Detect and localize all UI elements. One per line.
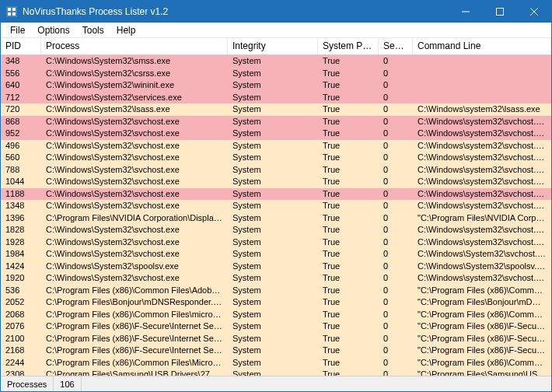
- cell-process: C:\Windows\System32\svchost.exe: [41, 224, 228, 236]
- cell-command-line: C:\Windows\System32\spoolsv.exe: [413, 261, 551, 273]
- table-row[interactable]: 1920C:\Windows\System32\svchost.exeSyste…: [1, 272, 551, 285]
- cell-command-line: "C:\Program Files (x86)\F-Secure\Interne: [413, 320, 551, 333]
- table-row[interactable]: 1348C:\Windows\System32\svchost.exeSyste…: [1, 200, 551, 212]
- cell-system-process: True: [318, 224, 379, 236]
- table-row[interactable]: 348C:\Windows\System32\smss.exeSystemTru…: [1, 55, 551, 68]
- status-label: Processes: [1, 376, 54, 391]
- cell-integrity: System: [228, 79, 318, 92]
- cell-session: 0: [379, 55, 413, 68]
- table-row[interactable]: 1188C:\Windows\System32\svchost.exeSyste…: [1, 188, 551, 201]
- table-row[interactable]: 868C:\Windows\System32\svchost.exeSystem…: [1, 116, 551, 128]
- table-row[interactable]: 2308C:\Program Files\Samsung\USB Drivers…: [1, 369, 551, 376]
- cell-pid: 1396: [1, 212, 41, 225]
- cell-session: 0: [379, 212, 413, 225]
- cell-integrity: System: [228, 140, 318, 152]
- menu-options[interactable]: Options: [31, 23, 75, 37]
- table-row[interactable]: 1984C:\Windows\System32\svchost.exeSyste…: [1, 248, 551, 261]
- table-row[interactable]: 2168C:\Program Files (x86)\F-Secure\Inte…: [1, 345, 551, 357]
- cell-command-line: C:\Windows\system32\svchost.exe -k ne: [413, 152, 551, 164]
- cell-process: C:\Program Files (x86)\F-Secure\Internet…: [41, 320, 228, 333]
- cell-process: C:\Windows\System32\svchost.exe: [41, 128, 228, 140]
- table-row[interactable]: 720C:\Windows\System32\lsass.exeSystemTr…: [1, 103, 551, 116]
- cell-process: C:\Program Files\NVIDIA Corporation\Disp…: [41, 212, 228, 225]
- table-row[interactable]: 556C:\Windows\System32\csrss.exeSystemTr…: [1, 68, 551, 80]
- cell-system-process: True: [318, 248, 379, 261]
- table-row[interactable]: 536C:\Program Files (x86)\Common Files\A…: [1, 285, 551, 297]
- table-row[interactable]: 788C:\Windows\System32\svchost.exeSystem…: [1, 164, 551, 177]
- cell-session: 0: [379, 248, 413, 261]
- cell-pid: 1828: [1, 224, 41, 236]
- maximize-button[interactable]: [483, 1, 517, 23]
- cell-command-line: [413, 92, 551, 104]
- cell-integrity: System: [228, 188, 318, 201]
- table-row[interactable]: 712C:\Windows\System32\services.exeSyste…: [1, 92, 551, 104]
- cell-pid: 720: [1, 103, 41, 116]
- table-row[interactable]: 2068C:\Program Files (x86)\Common Files\…: [1, 309, 551, 321]
- cell-integrity: System: [228, 248, 318, 261]
- cell-pid: 1920: [1, 272, 41, 285]
- cell-pid: 2068: [1, 309, 41, 321]
- col-header-integrity[interactable]: Integrity: [228, 38, 318, 54]
- cell-pid: 348: [1, 55, 41, 68]
- menu-file[interactable]: File: [4, 23, 31, 37]
- close-button[interactable]: [517, 1, 551, 23]
- cell-process: C:\Windows\System32\svchost.exe: [41, 200, 228, 212]
- table-row[interactable]: 1828C:\Windows\System32\svchost.exeSyste…: [1, 224, 551, 236]
- cell-process: C:\Windows\System32\svchost.exe: [41, 116, 228, 128]
- cell-command-line: "C:\Program Files\Samsung\USB Drivers\2: [413, 369, 551, 376]
- cell-session: 0: [379, 224, 413, 236]
- cell-integrity: System: [228, 164, 318, 177]
- cell-integrity: System: [228, 55, 318, 68]
- cell-process: C:\Program Files\Samsung\USB Drivers\27_…: [41, 369, 228, 376]
- cell-pid: 1424: [1, 261, 41, 273]
- cell-integrity: System: [228, 272, 318, 285]
- app-window: NoVirusThanks Process Lister v1.2 File O…: [0, 0, 552, 392]
- minimize-button[interactable]: [449, 1, 483, 23]
- table-row[interactable]: 640C:\Windows\System32\wininit.exeSystem…: [1, 79, 551, 92]
- cell-session: 0: [379, 285, 413, 297]
- table-row[interactable]: 1928C:\Windows\System32\svchost.exeSyste…: [1, 236, 551, 249]
- table-row[interactable]: 2076C:\Program Files (x86)\F-Secure\Inte…: [1, 320, 551, 333]
- col-header-session[interactable]: Session: [379, 38, 413, 54]
- cell-command-line: [413, 55, 551, 68]
- table-row[interactable]: 952C:\Windows\System32\svchost.exeSystem…: [1, 128, 551, 140]
- table-row[interactable]: 2100C:\Program Files (x86)\F-Secure\Inte…: [1, 333, 551, 345]
- cell-session: 0: [379, 140, 413, 152]
- cell-command-line: "C:\Program Files\Bonjour\mDNSRespond: [413, 296, 551, 309]
- cell-command-line: C:\Windows\system32\svchost.exe -k Lo: [413, 200, 551, 212]
- col-header-process[interactable]: Process: [41, 38, 228, 54]
- cell-command-line: C:\Windows\System32\svchost.exe -k Lo: [413, 248, 551, 261]
- cell-pid: 2100: [1, 333, 41, 345]
- titlebar[interactable]: NoVirusThanks Process Lister v1.2: [1, 1, 551, 23]
- table-row[interactable]: 560C:\Windows\System32\svchost.exeSystem…: [1, 152, 551, 164]
- cell-session: 0: [379, 236, 413, 249]
- cell-session: 0: [379, 261, 413, 273]
- cell-pid: 2168: [1, 345, 41, 357]
- menu-tools[interactable]: Tools: [76, 23, 110, 37]
- col-header-system-process[interactable]: System Process: [318, 38, 379, 54]
- cell-pid: 1348: [1, 200, 41, 212]
- table-row[interactable]: 2244C:\Program Files (x86)\Common Files\…: [1, 357, 551, 369]
- col-header-pid[interactable]: PID: [1, 38, 41, 54]
- table-body[interactable]: 348C:\Windows\System32\smss.exeSystemTru…: [1, 55, 551, 376]
- cell-pid: 640: [1, 79, 41, 92]
- table-row[interactable]: 1396C:\Program Files\NVIDIA Corporation\…: [1, 212, 551, 225]
- table-row[interactable]: 496C:\Windows\System32\svchost.exeSystem…: [1, 140, 551, 152]
- menubar: File Options Tools Help: [1, 23, 551, 38]
- menu-help[interactable]: Help: [110, 23, 142, 37]
- cell-pid: 2076: [1, 320, 41, 333]
- cell-system-process: True: [318, 176, 379, 188]
- cell-integrity: System: [228, 320, 318, 333]
- cell-session: 0: [379, 345, 413, 357]
- table-row[interactable]: 1424C:\Windows\System32\spoolsv.exeSyste…: [1, 261, 551, 273]
- table-row[interactable]: 1044C:\Windows\System32\svchost.exeSyste…: [1, 176, 551, 188]
- col-header-command-line[interactable]: Command Line: [413, 38, 551, 54]
- cell-system-process: True: [318, 68, 379, 80]
- cell-command-line: C:\Windows\system32\svchost.exe -k Lo: [413, 236, 551, 249]
- cell-process: C:\Program Files (x86)\F-Secure\Internet…: [41, 333, 228, 345]
- cell-process: C:\Windows\System32\spoolsv.exe: [41, 261, 228, 273]
- table-row[interactable]: 2052C:\Program Files\Bonjour\mDNSRespond…: [1, 296, 551, 309]
- cell-session: 0: [379, 79, 413, 92]
- cell-command-line: [413, 68, 551, 80]
- cell-system-process: True: [318, 116, 379, 128]
